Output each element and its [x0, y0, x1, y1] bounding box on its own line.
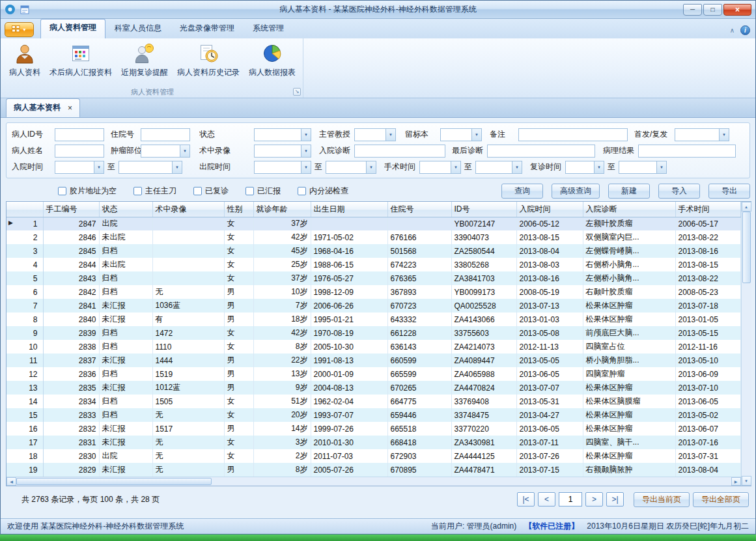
filter-combo-surgery-date-to[interactable]: ▼ — [475, 161, 522, 174]
scroll-right-icon[interactable]: ▶ — [731, 477, 741, 486]
table-row[interactable]: 112837未汇报1444男22岁1991-08-13660599ZA40894… — [7, 354, 740, 367]
chevron-down-icon[interactable]: ▼ — [301, 145, 311, 157]
filter-input-remark[interactable] — [518, 128, 628, 141]
next-page-button[interactable]: > — [585, 492, 603, 506]
table-row[interactable]: 192829未汇报无男8岁2005-07-26670895ZA447847120… — [7, 463, 740, 477]
vertical-scroll-track[interactable] — [742, 283, 751, 476]
filter-combo-discharge-date-to[interactable]: ▼ — [326, 161, 376, 174]
close-tab-icon[interactable]: × — [68, 104, 72, 112]
filter-input-admission-diagnosis[interactable] — [354, 145, 445, 158]
ribbon-tab-department-staff-info[interactable]: 科室人员信息 — [105, 20, 171, 38]
filter-combo-surgery-date[interactable]: ▼ — [419, 161, 461, 174]
button-new[interactable]: 新建 — [608, 184, 650, 199]
maximize-button[interactable]: □ — [703, 4, 722, 16]
table-row[interactable]: 62842归档无男10岁1998-12-09367893YB0099173200… — [7, 285, 740, 299]
button-query[interactable]: 查询 — [501, 184, 543, 199]
vertical-scroll-thumb[interactable] — [742, 212, 751, 283]
chevron-down-icon[interactable]: ▼ — [656, 161, 666, 173]
chevron-down-icon[interactable]: ▼ — [301, 161, 311, 173]
chevron-down-icon[interactable]: ▼ — [301, 129, 311, 141]
filter-combo-followup-date-to[interactable]: ▼ — [619, 161, 667, 174]
table-row[interactable]: 182830出院无女2岁2011-07-03672903ZA4444125201… — [7, 449, 740, 463]
ribbon-item-patient-data-reports[interactable]: 病人数据报表 — [244, 41, 300, 79]
table-row[interactable]: 102838归档1110女8岁2005-10-30636143ZA4214073… — [7, 340, 740, 354]
filter-combo-first-recurrence[interactable]: ▼ — [675, 128, 729, 141]
document-tab-patient-basic-info[interactable]: 病人基本资料 × — [6, 98, 80, 117]
table-row[interactable]: 92839归档1472女42岁1970-08-19661228337556032… — [7, 326, 740, 340]
chevron-down-icon[interactable]: ▼ — [594, 161, 604, 173]
ribbon-tab-disc-video-management[interactable]: 光盘录像带管理 — [171, 20, 244, 38]
export-current-page-button[interactable]: 导出当前页 — [634, 492, 690, 507]
table-row[interactable]: 42844未出院女25岁1988-06-15674223338052682013… — [7, 258, 740, 271]
filter-combo-tumor-site[interactable]: ▼ — [141, 145, 190, 158]
table-row[interactable]: 162832未汇报1517男14岁1999-07-266655183377022… — [7, 422, 740, 436]
checkbox-reported[interactable]: 已汇报 — [245, 186, 281, 197]
ribbon-tab-system-management[interactable]: 系统管理 — [244, 20, 293, 38]
filter-combo-specimen[interactable]: ▼ — [440, 128, 482, 141]
ribbon-item-patient-history-records[interactable]: 病人资料历史记录 — [173, 41, 244, 79]
vertical-scrollbar[interactable]: ▲ ▼ — [741, 202, 751, 486]
button-export[interactable]: 导出 — [708, 184, 750, 199]
filter-combo-surgery-video[interactable]: ▼ — [254, 145, 311, 158]
about-button[interactable]: i — [740, 25, 750, 35]
filter-input-admission-no[interactable] — [141, 128, 190, 141]
table-row[interactable]: 22846未出院女42岁1971-05-02676166339040732013… — [7, 230, 740, 244]
title-bar[interactable]: 病人基本资料 - 某某医院神经外科-神经外科数据管理系统 ─ □ × — [1, 1, 755, 19]
checkbox-followed-up[interactable]: 已复诊 — [193, 186, 229, 197]
horizontal-scroll-track[interactable] — [212, 477, 731, 486]
chevron-down-icon[interactable]: ▼ — [385, 129, 395, 141]
filter-combo-discharge-date[interactable]: ▼ — [254, 161, 311, 174]
column-header-row-header[interactable] — [7, 202, 43, 217]
horizontal-scroll-thumb[interactable] — [16, 478, 212, 485]
filter-combo-admission-date-to[interactable]: ▼ — [119, 161, 182, 174]
column-header-gender[interactable]: 性别 — [224, 202, 253, 217]
chevron-down-icon[interactable]: ▼ — [471, 129, 481, 141]
collapse-ribbon-button[interactable]: ∧ — [730, 27, 735, 34]
scroll-down-icon[interactable]: ▼ — [742, 476, 751, 486]
chevron-down-icon[interactable]: ▼ — [172, 161, 182, 173]
table-row[interactable]: 52843归档女37岁1976-05-27676365ZA38417032013… — [7, 271, 740, 285]
chevron-down-icon[interactable]: ▼ — [180, 145, 189, 157]
column-header-manual-no[interactable]: 手工编号 — [43, 202, 99, 217]
chevron-down-icon[interactable]: ▼ — [719, 129, 729, 141]
table-row[interactable]: 172831未汇报无女3岁2010-01-30668418ZA343098120… — [7, 436, 740, 449]
chevron-down-icon[interactable]: ▼ — [366, 161, 376, 173]
filter-input-final-diagnosis[interactable] — [487, 145, 595, 158]
table-row[interactable]: 142834归档1505女51岁1962-02-0466477533769408… — [7, 395, 740, 408]
ribbon-item-postop-report-data[interactable]: 术后病人汇报资料 — [45, 41, 117, 79]
page-number-input[interactable] — [559, 492, 582, 506]
column-header-surgery-video[interactable]: 术中录像 — [152, 202, 224, 217]
chevron-down-icon[interactable]: ▼ — [512, 161, 522, 173]
table-row[interactable]: 82840未汇报有男18岁1995-01-21643332ZA414306620… — [7, 312, 740, 326]
table-row[interactable]: 72841未汇报1036蓝男7岁2006-06-26670723QA002552… — [7, 299, 740, 312]
checkbox-film-address-empty[interactable]: 胶片地址为空 — [58, 186, 117, 197]
minimize-button[interactable]: ─ — [683, 4, 702, 16]
table-row[interactable]: ▶12847出院女37岁YB00721472006-05-12左额叶胶质瘤200… — [7, 217, 740, 230]
dialog-launcher-icon[interactable]: ↘ — [293, 88, 301, 96]
column-header-admission-no[interactable]: 住院号 — [387, 202, 451, 217]
close-button[interactable]: × — [723, 4, 751, 16]
checkbox-chief-surgeon[interactable]: 主任主刀 — [133, 186, 176, 197]
horizontal-scrollbar[interactable]: ◀ ▶ — [7, 477, 741, 486]
filter-combo-followup-date[interactable]: ▼ — [565, 161, 604, 174]
column-header-id-no[interactable]: ID号 — [451, 202, 516, 217]
table-row[interactable]: 122836归档1519男13岁2000-01-09665599ZA406598… — [7, 367, 740, 381]
button-advanced-query[interactable]: 高级查询 — [552, 184, 600, 199]
filter-combo-admission-date[interactable]: ▼ — [55, 161, 104, 174]
quick-access-form-icon[interactable] — [20, 5, 29, 14]
filter-combo-professor[interactable]: ▼ — [354, 128, 396, 141]
table-row[interactable]: 152833归档无女20岁1993-07-0765944633748475201… — [7, 408, 740, 422]
column-header-surgery-date[interactable]: 手术时间 — [675, 202, 740, 217]
export-all-pages-button[interactable]: 导出全部页 — [693, 492, 749, 507]
column-header-status[interactable]: 状态 — [99, 202, 152, 217]
table-row[interactable]: 132835未汇报1012蓝男9岁2004-08-13670265ZA44708… — [7, 381, 740, 395]
first-page-button[interactable]: |< — [517, 492, 535, 506]
application-menu-button[interactable]: ▼ — [5, 22, 34, 37]
table-row[interactable]: 32845归档女45岁1968-04-16501568ZA25805442013… — [7, 244, 740, 258]
ribbon-tab-patient-data-management[interactable]: 病人资料管理 — [40, 19, 105, 38]
chevron-down-icon[interactable]: ▼ — [94, 161, 104, 173]
checkbox-endocrine-exam[interactable]: 内分泌检查 — [298, 186, 348, 197]
scroll-up-icon[interactable]: ▲ — [742, 202, 751, 212]
filter-combo-status[interactable]: ▼ — [254, 128, 311, 141]
prev-page-button[interactable]: < — [538, 492, 555, 506]
